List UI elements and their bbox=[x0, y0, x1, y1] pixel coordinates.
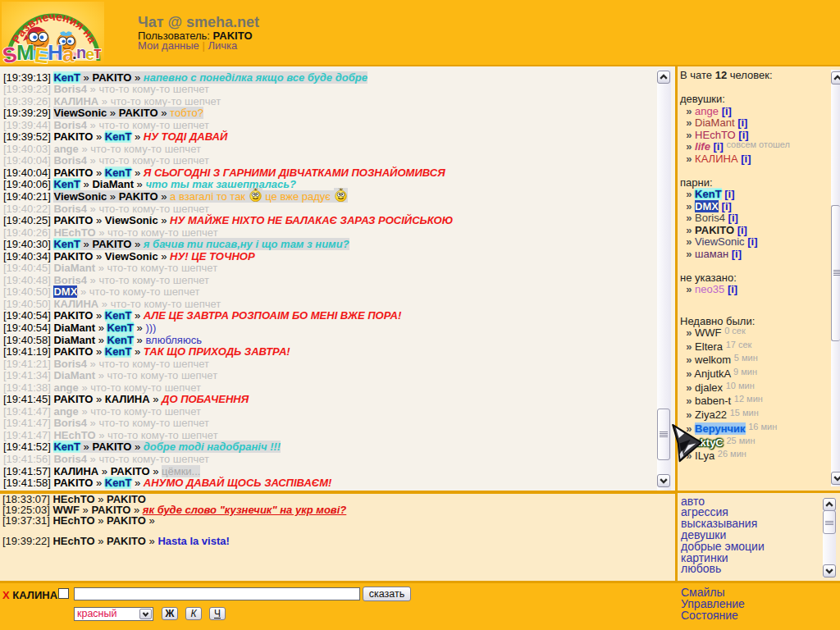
svg-text:т: т bbox=[94, 43, 102, 62]
svg-text:M: M bbox=[16, 40, 34, 64]
svg-text:H: H bbox=[48, 40, 63, 64]
